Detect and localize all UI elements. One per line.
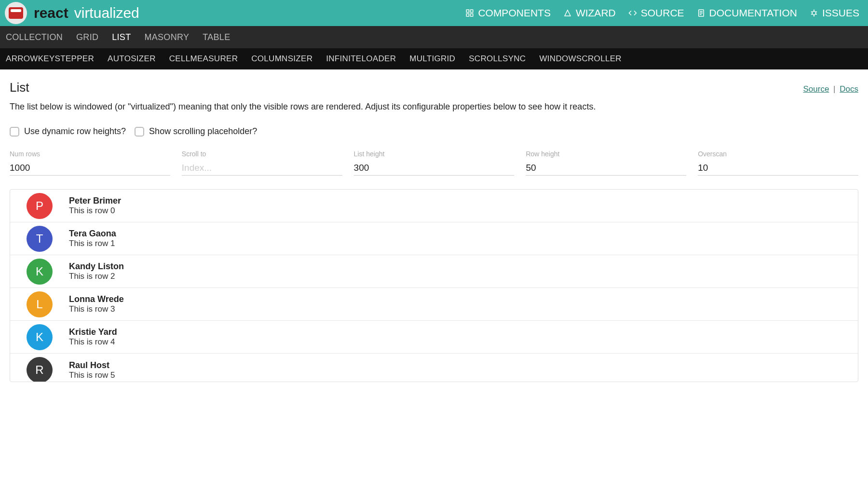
list-item[interactable]: TTera GaonaThis is row 1	[10, 222, 858, 255]
row-height-input[interactable]	[526, 161, 686, 176]
list-item[interactable]: LLonna WredeThis is row 3	[10, 288, 858, 321]
checkbox-label: Show scrolling placeholder?	[149, 126, 257, 137]
logo-icon	[9, 7, 23, 19]
list-item[interactable]: PPeter BrimerThis is row 0	[10, 190, 858, 222]
dynamic-row-heights-checkbox[interactable]: Use dynamic row heights?	[10, 126, 126, 137]
avatar: K	[27, 259, 53, 285]
page-title: List	[10, 80, 29, 95]
header-nav-label: SOURCE	[641, 7, 684, 19]
input-label: List height	[354, 150, 515, 158]
row-sub: This is row 0	[69, 206, 121, 216]
row-text: Peter BrimerThis is row 0	[69, 196, 121, 216]
link-separator: |	[833, 84, 835, 94]
input-label: Scroll to	[182, 150, 342, 158]
tab-grid[interactable]: GRID	[76, 32, 98, 42]
triangle-icon	[563, 9, 572, 17]
row-height-group: Row height	[526, 150, 686, 176]
tab-list[interactable]: LIST	[112, 32, 131, 42]
avatar: P	[27, 193, 53, 219]
svg-point-8	[812, 11, 816, 15]
input-label: Overscan	[698, 150, 858, 158]
show-scrolling-placeholder-checkbox[interactable]: Show scrolling placeholder?	[135, 126, 257, 137]
header-nav-source[interactable]: SOURCE	[628, 7, 684, 19]
row-sub: This is row 5	[69, 370, 115, 380]
checkbox-box-icon	[10, 127, 19, 137]
row-text: Kristie YardThis is row 4	[69, 327, 117, 347]
inputs-row: Num rows Scroll to List height Row heigh…	[10, 150, 858, 176]
tab-cellmeasurer[interactable]: CELLMEASURER	[169, 54, 238, 64]
avatar: T	[27, 226, 53, 252]
overscan-group: Overscan	[698, 150, 858, 176]
svg-rect-3	[471, 14, 473, 16]
header-nav-label: COMPONENTS	[478, 7, 551, 19]
source-link[interactable]: Source	[803, 84, 829, 94]
row-name: Kandy Liston	[69, 261, 124, 272]
header-nav-label: DOCUMENTATION	[709, 7, 797, 19]
title-links: Source | Docs	[803, 84, 859, 94]
scroll-to-input[interactable]	[182, 161, 342, 176]
header-nav-label: ISSUES	[822, 7, 859, 19]
checkbox-row: Use dynamic row heights? Show scrolling …	[10, 126, 858, 137]
tab-scrollsync[interactable]: SCROLLSYNC	[469, 54, 526, 64]
row-name: Raul Host	[69, 360, 115, 370]
checkbox-label: Use dynamic row heights?	[24, 126, 126, 137]
header-nav: COMPONENTSWIZARDSOURCEDOCUMENTATIONISSUE…	[465, 7, 863, 19]
row-sub: This is row 2	[69, 272, 124, 281]
row-name: Tera Gaona	[69, 229, 116, 239]
row-sub: This is row 4	[69, 337, 117, 347]
list-height-input[interactable]	[354, 161, 515, 176]
header-left: react virtualized	[5, 2, 139, 24]
tab-masonry[interactable]: MASONRY	[144, 32, 189, 42]
brand-virtualized: virtualized	[74, 5, 139, 21]
input-label: Row height	[526, 150, 686, 158]
row-sub: This is row 3	[69, 304, 124, 314]
header-nav-wizard[interactable]: WIZARD	[563, 7, 616, 19]
brand-react: react	[34, 5, 68, 21]
tab-autosizer[interactable]: AUTOSIZER	[108, 54, 156, 64]
overscan-input[interactable]	[698, 161, 858, 176]
tab-collection[interactable]: COLLECTION	[6, 32, 63, 42]
description: The list below is windowed (or "virtuali…	[10, 102, 858, 112]
row-text: Raul HostThis is row 5	[69, 360, 115, 380]
header-nav-label: WIZARD	[576, 7, 616, 19]
num-rows-input[interactable]	[10, 161, 170, 176]
row-text: Lonna WredeThis is row 3	[69, 294, 124, 314]
row-name: Peter Brimer	[69, 196, 121, 206]
tab-infiniteloader[interactable]: INFINITELOADER	[326, 54, 396, 64]
subnav-primary: COLLECTIONGRIDLISTMASONRYTABLE	[0, 26, 868, 48]
tab-multigrid[interactable]: MULTIGRID	[409, 54, 455, 64]
docs-link[interactable]: Docs	[840, 84, 858, 94]
code-icon	[628, 9, 637, 17]
svg-rect-1	[471, 10, 473, 12]
row-text: Kandy ListonThis is row 2	[69, 261, 124, 281]
header-nav-components[interactable]: COMPONENTS	[465, 7, 551, 19]
header-nav-issues[interactable]: ISSUES	[810, 7, 859, 19]
list-item[interactable]: KKandy ListonThis is row 2	[10, 255, 858, 288]
num-rows-group: Num rows	[10, 150, 170, 176]
bug-icon	[810, 9, 818, 17]
avatar: R	[27, 357, 53, 382]
svg-rect-2	[467, 14, 469, 16]
list-container[interactable]: PPeter BrimerThis is row 0TTera GaonaThi…	[10, 189, 858, 382]
list-item[interactable]: KKristie YardThis is row 4	[10, 321, 858, 354]
doc-icon	[697, 9, 705, 17]
tab-windowscroller[interactable]: WINDOWSCROLLER	[539, 54, 621, 64]
avatar: K	[27, 324, 53, 350]
title-row: List Source | Docs	[10, 80, 858, 95]
row-name: Lonna Wrede	[69, 294, 124, 304]
subnav-secondary: ARROWKEYSTEPPERAUTOSIZERCELLMEASURERCOLU…	[0, 48, 868, 69]
tab-arrowkeystepper[interactable]: ARROWKEYSTEPPER	[6, 54, 94, 64]
brand: react virtualized	[34, 5, 139, 21]
logo[interactable]	[5, 2, 27, 24]
list-item[interactable]: RRaul HostThis is row 5	[10, 354, 858, 382]
grid-icon	[465, 9, 474, 17]
header: react virtualized COMPONENTSWIZARDSOURCE…	[0, 0, 868, 26]
row-sub: This is row 1	[69, 239, 116, 248]
tab-table[interactable]: TABLE	[203, 32, 230, 42]
checkbox-box-icon	[135, 127, 144, 137]
content: List Source | Docs The list below is win…	[0, 69, 868, 393]
header-nav-documentation[interactable]: DOCUMENTATION	[697, 7, 797, 19]
scroll-to-group: Scroll to	[182, 150, 342, 176]
tab-columnsizer[interactable]: COLUMNSIZER	[251, 54, 312, 64]
list-height-group: List height	[354, 150, 515, 176]
